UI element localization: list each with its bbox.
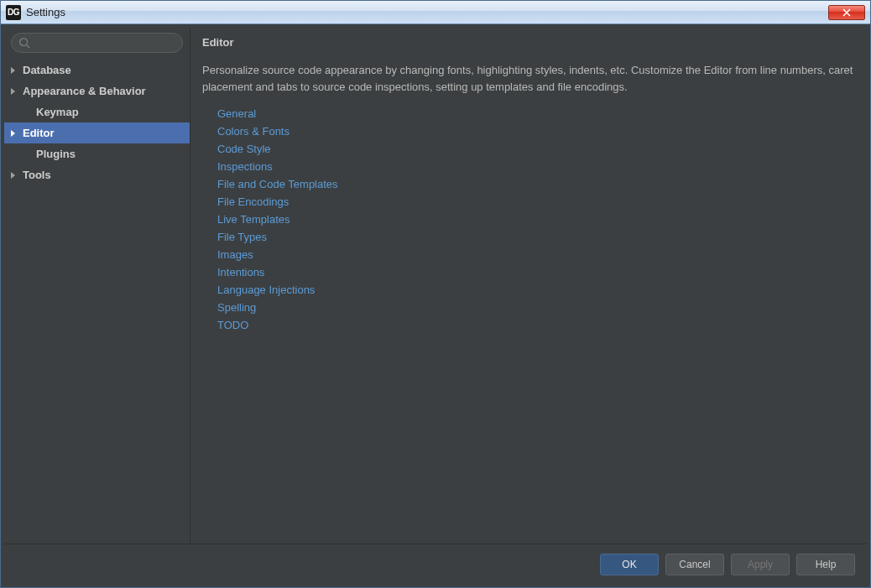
sidebar: DatabaseAppearance & BehaviorKeymapEdito… xyxy=(4,28,190,544)
detail-link-spelling[interactable]: Spelling xyxy=(217,299,853,316)
titlebar: DG Settings xyxy=(1,1,870,24)
window-title: Settings xyxy=(26,6,828,18)
settings-window: DG Settings DatabaseAppearance & Behavio… xyxy=(0,0,871,588)
app-icon: DG xyxy=(6,5,21,20)
detail-link-file-encodings[interactable]: File Encodings xyxy=(217,193,853,211)
tree-item-label: Plugins xyxy=(36,148,76,160)
tree-item-database[interactable]: Database xyxy=(4,60,190,81)
detail-link-todo[interactable]: TODO xyxy=(217,316,853,334)
content-wrap: DatabaseAppearance & BehaviorKeymapEdito… xyxy=(1,24,870,587)
svg-point-0 xyxy=(20,39,28,46)
search-icon xyxy=(18,37,30,49)
apply-button[interactable]: Apply xyxy=(731,554,790,575)
expand-arrow-icon xyxy=(11,88,15,95)
detail-link-file-types[interactable]: File Types xyxy=(217,228,853,246)
tree-item-label: Appearance & Behavior xyxy=(23,85,146,97)
detail-link-colors-fonts[interactable]: Colors & Fonts xyxy=(217,122,853,140)
main-area: DatabaseAppearance & BehaviorKeymapEdito… xyxy=(4,28,867,544)
detail-link-images[interactable]: Images xyxy=(217,246,853,263)
tree-item-keymap[interactable]: Keymap xyxy=(4,101,190,122)
detail-link-file-and-code-templates[interactable]: File and Code Templates xyxy=(217,175,853,193)
expand-arrow-icon xyxy=(11,130,15,137)
expand-arrow-icon xyxy=(11,172,15,179)
dialog-footer: OK Cancel Apply Help xyxy=(4,544,867,584)
tree-item-tools[interactable]: Tools xyxy=(4,164,190,185)
tree-item-editor[interactable]: Editor xyxy=(4,122,190,143)
detail-link-general[interactable]: General xyxy=(217,105,853,122)
detail-link-live-templates[interactable]: Live Templates xyxy=(217,211,853,228)
detail-description: Personalize source code appearance by ch… xyxy=(202,62,853,95)
tree-item-label: Keymap xyxy=(36,106,79,118)
close-icon xyxy=(842,8,851,17)
ok-button[interactable]: OK xyxy=(600,554,659,575)
detail-link-code-style[interactable]: Code Style xyxy=(217,140,853,158)
detail-panel: Editor Personalize source code appearanc… xyxy=(190,28,867,544)
tree-item-appearance-behavior[interactable]: Appearance & Behavior xyxy=(4,81,190,101)
tree-item-label: Database xyxy=(23,64,71,76)
search-input[interactable] xyxy=(35,37,175,49)
detail-title: Editor xyxy=(202,36,853,49)
close-button[interactable] xyxy=(828,5,865,20)
help-button[interactable]: Help xyxy=(796,554,855,575)
detail-links: GeneralColors & FontsCode StyleInspectio… xyxy=(202,105,853,334)
expand-arrow-icon xyxy=(11,67,15,74)
svg-line-1 xyxy=(27,45,30,49)
tree-item-label: Tools xyxy=(23,169,51,181)
cancel-button[interactable]: Cancel xyxy=(665,554,724,575)
search-wrap xyxy=(4,28,190,58)
search-field[interactable] xyxy=(11,33,183,53)
tree-item-label: Editor xyxy=(23,127,55,139)
detail-link-intentions[interactable]: Intentions xyxy=(217,263,853,281)
settings-tree: DatabaseAppearance & BehaviorKeymapEdito… xyxy=(4,58,190,544)
tree-item-plugins[interactable]: Plugins xyxy=(4,143,190,164)
detail-link-language-injections[interactable]: Language Injections xyxy=(217,281,853,299)
detail-link-inspections[interactable]: Inspections xyxy=(217,158,853,175)
